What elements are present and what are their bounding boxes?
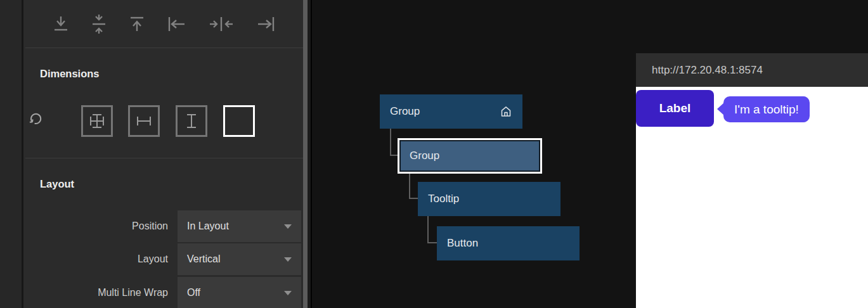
panel-scrollbar[interactable] xyxy=(303,0,308,308)
app-window: Dimensions Layout Position In Layout Lay… xyxy=(0,0,868,308)
layout-section-title: Layout xyxy=(40,178,74,190)
size-mode-fill-height-button[interactable] xyxy=(176,105,207,137)
tooltip-text: I'm a tooltip! xyxy=(734,103,799,117)
tree-node-group-selected[interactable]: Group xyxy=(398,138,542,174)
tooltip-bubble: I'm a tooltip! xyxy=(723,96,810,122)
section-divider xyxy=(25,158,303,158)
tooltip-arrow xyxy=(717,103,724,115)
preview-browser-window: http://172.20.48.1:8574 Label I'm a tool… xyxy=(636,53,868,308)
align-right-icon[interactable] xyxy=(256,15,276,33)
align-top-icon[interactable] xyxy=(129,15,145,34)
align-left-icon[interactable] xyxy=(167,15,187,33)
properties-panel: Dimensions Layout Position In Layout Lay… xyxy=(0,0,311,308)
home-icon xyxy=(500,105,512,118)
layout-dropdown[interactable]: Vertical xyxy=(178,243,301,275)
dimensions-section-title: Dimensions xyxy=(40,68,100,80)
multi-line-wrap-value: Off xyxy=(187,287,284,298)
center-vertical-icon[interactable] xyxy=(91,13,107,35)
label-button[interactable]: Label xyxy=(636,90,714,127)
tree-connector xyxy=(390,129,398,156)
layout-value: Vertical xyxy=(187,253,284,265)
multi-line-wrap-dropdown[interactable]: Off xyxy=(178,277,301,308)
tree-node-label: Group xyxy=(390,105,420,118)
align-bottom-icon[interactable] xyxy=(53,15,69,34)
panel-left-gutter xyxy=(0,0,23,308)
alignment-toolbar xyxy=(25,0,303,48)
tree-node-label: Button xyxy=(447,237,478,250)
tree-node-tooltip[interactable]: Tooltip xyxy=(418,182,560,216)
rotate-ccw-icon[interactable] xyxy=(29,112,42,125)
center-horizontal-icon[interactable] xyxy=(209,15,234,33)
multi-line-wrap-label: Multi Line Wrap xyxy=(25,277,168,308)
position-value: In Layout xyxy=(187,221,284,232)
tree-node-button[interactable]: Button xyxy=(437,226,580,260)
tree-node-label: Group xyxy=(410,150,439,162)
chevron-down-icon xyxy=(284,224,292,229)
browser-url-bar[interactable]: http://172.20.48.1:8574 xyxy=(636,53,868,87)
layout-label: Layout xyxy=(25,243,168,275)
position-label: Position xyxy=(25,210,168,242)
preview-viewport: Label I'm a tooltip! xyxy=(636,87,868,308)
chevron-down-icon xyxy=(284,291,292,295)
tree-connector xyxy=(409,174,418,199)
tree-node-label: Tooltip xyxy=(428,193,459,205)
chevron-down-icon xyxy=(284,257,292,262)
url-text: http://172.20.48.1:8574 xyxy=(652,64,763,77)
tree-node-group-root[interactable]: Group xyxy=(380,94,522,129)
size-mode-fixed-button[interactable] xyxy=(223,105,255,137)
size-mode-fill-both-button[interactable] xyxy=(81,105,113,137)
size-mode-fill-width-button[interactable] xyxy=(128,105,160,137)
tree-connector xyxy=(427,216,437,243)
position-dropdown[interactable]: In Layout xyxy=(178,210,301,242)
